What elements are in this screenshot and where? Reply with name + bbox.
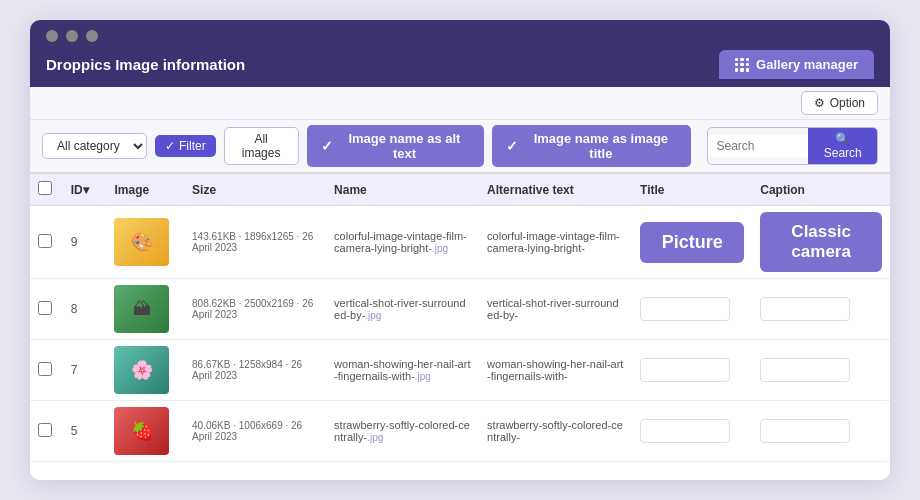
gear-icon: ⚙ bbox=[814, 96, 825, 110]
toggle-alt-text-button[interactable]: ✓ Image name as alt text bbox=[307, 125, 485, 167]
row-caption bbox=[752, 279, 890, 340]
category-select[interactable]: All category bbox=[42, 133, 147, 159]
search-label: Search bbox=[824, 146, 862, 160]
traffic-lights bbox=[46, 30, 874, 42]
image-table: ID▾ Image Size Name Alternative text Tit… bbox=[30, 174, 890, 462]
all-images-label: All images bbox=[242, 132, 281, 160]
row-checkbox[interactable] bbox=[38, 234, 52, 248]
row-name: woman-showing-her-nail-art-fingernails-w… bbox=[326, 340, 479, 401]
row-name: vertical-shot-river-surrounded-by-.jpg bbox=[326, 279, 479, 340]
select-all-checkbox[interactable] bbox=[38, 181, 52, 195]
gallery-manager-button[interactable]: Gallery manager bbox=[719, 50, 874, 79]
table-row: 7🌸86.67KB · 1258x984 · 26 April 2023woma… bbox=[30, 340, 890, 401]
close-light bbox=[46, 30, 58, 42]
row-caption bbox=[752, 401, 890, 462]
row-size: 143.61KB · 1896x1265 · 26 April 2023 bbox=[184, 206, 326, 279]
row-checkbox[interactable] bbox=[38, 423, 52, 437]
row-id: 5 bbox=[63, 401, 107, 462]
filter-label: Filter bbox=[179, 139, 206, 153]
option-label: Option bbox=[830, 96, 865, 110]
checkmark-title-icon: ✓ bbox=[506, 138, 518, 154]
toggle-title-label: Image name as image title bbox=[524, 131, 677, 161]
app-title: Droppics Image information bbox=[46, 56, 245, 73]
table-row: 8🏔808.62KB · 2500x2169 · 26 April 2023ve… bbox=[30, 279, 890, 340]
row-alt-text: strawberry-softly-colored-centrally- bbox=[479, 401, 632, 462]
minimize-light bbox=[66, 30, 78, 42]
grid-icon bbox=[735, 58, 749, 72]
table-header-row: ID▾ Image Size Name Alternative text Tit… bbox=[30, 174, 890, 206]
title-input[interactable] bbox=[640, 419, 730, 443]
search-bar: 🔍 Search bbox=[707, 127, 878, 165]
main-window: Droppics Image information Gallery manag… bbox=[30, 20, 890, 480]
title-input[interactable] bbox=[640, 358, 730, 382]
table-row: 9🎨143.61KB · 1896x1265 · 26 April 2023co… bbox=[30, 206, 890, 279]
row-alt-text: colorful-image-vintage-film-camera-lying… bbox=[479, 206, 632, 279]
search-input[interactable] bbox=[708, 135, 808, 157]
row-alt-text: woman-showing-her-nail-art-fingernails-w… bbox=[479, 340, 632, 401]
title-badge: Picture bbox=[640, 222, 744, 263]
row-thumbnail: 🍓 bbox=[106, 401, 184, 462]
row-thumbnail: 🏔 bbox=[106, 279, 184, 340]
col-checkbox bbox=[30, 174, 63, 206]
option-button[interactable]: ⚙ Option bbox=[801, 91, 878, 115]
row-checkbox[interactable] bbox=[38, 362, 52, 376]
gallery-manager-label: Gallery manager bbox=[756, 57, 858, 72]
all-images-button[interactable]: All images bbox=[224, 127, 299, 165]
toolbar-bottom: All category ✓ Filter All images ✓ Image… bbox=[30, 120, 890, 174]
search-icon: 🔍 bbox=[835, 132, 850, 146]
image-table-container: ID▾ Image Size Name Alternative text Tit… bbox=[30, 174, 890, 480]
row-size: 86.67KB · 1258x984 · 26 April 2023 bbox=[184, 340, 326, 401]
caption-input[interactable] bbox=[760, 297, 850, 321]
row-size: 40.06KB · 1006x669 · 26 April 2023 bbox=[184, 401, 326, 462]
row-checkbox[interactable] bbox=[38, 301, 52, 315]
row-thumbnail: 🎨 bbox=[106, 206, 184, 279]
row-name: strawberry-softly-colored-centrally-.jpg bbox=[326, 401, 479, 462]
table-row: 5🍓40.06KB · 1006x669 · 26 April 2023stra… bbox=[30, 401, 890, 462]
row-title bbox=[632, 279, 752, 340]
row-title bbox=[632, 401, 752, 462]
row-title: Picture bbox=[632, 206, 752, 279]
title-row: Droppics Image information Gallery manag… bbox=[46, 50, 874, 87]
col-title-header: Title bbox=[632, 174, 752, 206]
col-id-header: ID▾ bbox=[63, 174, 107, 206]
caption-input[interactable] bbox=[760, 358, 850, 382]
row-caption bbox=[752, 340, 890, 401]
toolbar-top: ⚙ Option bbox=[30, 87, 890, 120]
maximize-light bbox=[86, 30, 98, 42]
row-thumbnail: 🌸 bbox=[106, 340, 184, 401]
checkmark-alt-icon: ✓ bbox=[321, 138, 333, 154]
file-extension: .jpg bbox=[415, 371, 431, 382]
file-extension: .jpg bbox=[365, 310, 381, 321]
thumbnail-image: 🍓 bbox=[114, 407, 169, 455]
row-caption: Classic camera bbox=[752, 206, 890, 279]
caption-badge: Classic camera bbox=[760, 212, 882, 272]
toggle-image-title-button[interactable]: ✓ Image name as image title bbox=[492, 125, 691, 167]
row-size: 808.62KB · 2500x2169 · 26 April 2023 bbox=[184, 279, 326, 340]
filter-button[interactable]: ✓ Filter bbox=[155, 135, 216, 157]
row-id: 9 bbox=[63, 206, 107, 279]
col-size-header: Size bbox=[184, 174, 326, 206]
file-extension: .jpg bbox=[432, 243, 448, 254]
title-input[interactable] bbox=[640, 297, 730, 321]
title-bar: Droppics Image information Gallery manag… bbox=[30, 20, 890, 87]
thumbnail-image: 🎨 bbox=[114, 218, 169, 266]
row-title bbox=[632, 340, 752, 401]
caption-input[interactable] bbox=[760, 419, 850, 443]
row-id: 8 bbox=[63, 279, 107, 340]
check-icon: ✓ bbox=[165, 139, 175, 153]
toggle-alt-label: Image name as alt text bbox=[339, 131, 471, 161]
col-caption-header: Caption bbox=[752, 174, 890, 206]
col-alt-header: Alternative text bbox=[479, 174, 632, 206]
col-name-header: Name bbox=[326, 174, 479, 206]
search-button[interactable]: 🔍 Search bbox=[808, 128, 877, 164]
col-image-header: Image bbox=[106, 174, 184, 206]
thumbnail-image: 🌸 bbox=[114, 346, 169, 394]
row-alt-text: vertical-shot-river-surrounded-by- bbox=[479, 279, 632, 340]
file-extension: .jpg bbox=[367, 432, 383, 443]
row-name: colorful-image-vintage-film-camera-lying… bbox=[326, 206, 479, 279]
thumbnail-image: 🏔 bbox=[114, 285, 169, 333]
row-id: 7 bbox=[63, 340, 107, 401]
